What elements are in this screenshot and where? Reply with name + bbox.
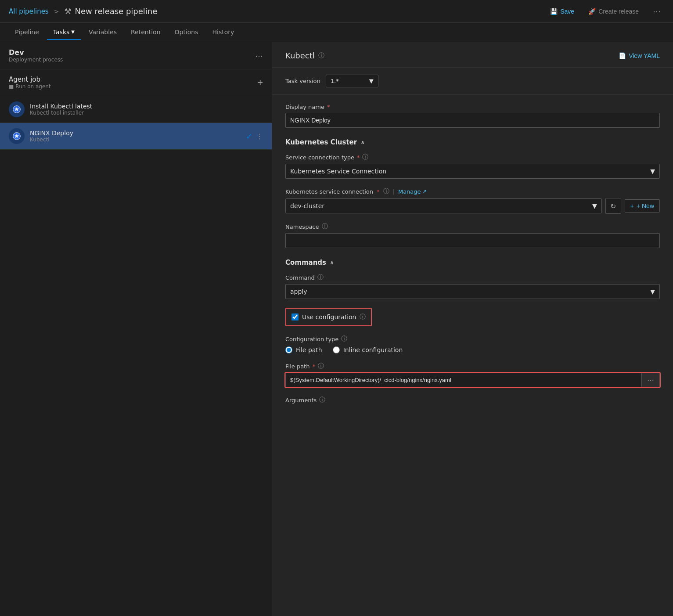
k8s-connection-info-icon[interactable]: ⓘ [383,187,389,195]
task-check-icon: ✓ [246,132,252,141]
task-info-nginx: NGINX Deploy Kubectl [30,130,241,143]
tab-history[interactable]: History [206,25,241,40]
file-path-required: * [312,363,315,370]
configuration-type-label: Configuration type ⓘ [285,335,660,343]
radio-file-path[interactable]: File path [285,346,322,353]
task-name-kubectl: Install Kubectl latest [30,103,263,110]
k8s-connection-label: Kubernetes service connection [285,188,373,195]
chevron-down-icon: ▼ [369,78,374,84]
new-connection-button[interactable]: + + New [625,199,660,213]
task-version-dropdown[interactable]: 1.* ▼ [326,75,378,87]
view-yaml-label: View YAML [629,52,660,59]
stage-subtitle: Deployment process [9,57,63,63]
save-button[interactable]: 💾 Save [547,6,578,17]
connection-input-row: dev-cluster ▼ ↻ + + New [285,198,660,214]
add-task-button[interactable]: + [257,77,263,88]
task-name-nginx: NGINX Deploy [30,130,241,137]
pipeline-title: New release pipeline [75,7,158,16]
task-version-value: 1.* [331,78,339,84]
more-options-button[interactable]: ⋯ [649,5,664,18]
stage-title: Dev [9,48,63,57]
commands-section[interactable]: Commands ∧ [285,259,660,267]
task-right-nginx: ✓ ⋮ [246,132,263,141]
refresh-icon: ↻ [610,202,616,210]
main-layout: Dev Deployment process ⋯ Agent job ■ Run… [0,42,673,616]
display-name-input[interactable] [285,113,660,128]
file-path-label: File path * ⓘ [285,362,660,370]
kubectl-info-icon[interactable]: ⓘ [318,52,324,60]
create-release-label: Create release [598,8,639,15]
service-connection-type-group: Service connection type * ⓘ Kubernetes S… [285,153,660,179]
command-info-icon[interactable]: ⓘ [317,274,324,281]
radio-file-path-input[interactable] [285,346,292,353]
top-bar-left: All pipelines > ⚒ New release pipeline [9,7,157,16]
breadcrumb-link[interactable]: All pipelines [9,7,49,15]
task-type-nginx: Kubectl [30,137,241,143]
use-configuration-checkbox[interactable] [292,313,299,321]
service-connection-type-required: * [357,154,360,161]
commands-chevron-icon: ∧ [330,259,334,266]
kubernetes-service-connection-label-row: Kubernetes service connection * ⓘ | Mana… [285,187,660,195]
task-item-nginx-deploy[interactable]: NGINX Deploy Kubectl ✓ ⋮ [0,123,272,150]
kubernetes-cluster-label: Kubernetes Cluster [285,138,357,146]
task-dots-icon[interactable]: ⋮ [256,132,263,140]
task-info-kubectl: Install Kubectl latest Kubectl tool inst… [30,103,263,116]
kubernetes-service-connection-group: Kubernetes service connection * ⓘ | Mana… [285,187,660,214]
display-name-label: Display name * [285,104,660,110]
agent-job-title: Agent job [9,76,51,83]
view-yaml-button[interactable]: 📄 View YAML [619,52,660,59]
file-path-input-row: ⋯ [285,373,660,387]
arguments-info-icon[interactable]: ⓘ [319,396,325,404]
service-connection-info-icon[interactable]: ⓘ [362,153,368,161]
tab-variables[interactable]: Variables [83,25,123,40]
kubectl-title-text: Kubectl [285,51,315,60]
k8s-connection-required: * [377,188,380,195]
agent-job-subtitle: ■ Run on agent [9,83,51,90]
stage-info: Dev Deployment process [9,48,63,63]
task-item-install-kubectl[interactable]: Install Kubectl latest Kubectl tool inst… [0,96,272,123]
radio-inline-config[interactable]: Inline configuration [333,346,403,353]
task-version-label: Task version [285,78,320,84]
namespace-group: Namespace ⓘ [285,223,660,248]
configuration-type-info-icon[interactable]: ⓘ [341,335,347,343]
dropdown-chevron-icon: ▼ [592,202,597,209]
radio-inline-input[interactable] [333,346,340,353]
new-label: + New [637,202,654,209]
save-icon: 💾 [550,8,558,15]
stage-header: Dev Deployment process ⋯ [0,42,272,69]
use-configuration-label: Use configuration [302,313,356,321]
right-panel: Kubectl ⓘ 📄 View YAML Task version 1.* ▼… [272,42,673,616]
tab-retention[interactable]: Retention [125,25,167,40]
namespace-input[interactable] [285,233,660,248]
service-connection-type-dropdown[interactable]: Kubernetes Service Connection ▼ [285,164,660,179]
agent-icon: ■ [9,83,14,90]
command-dropdown[interactable]: apply ▼ [285,284,660,299]
tab-tasks-label: Tasks [53,29,70,36]
use-configuration-info-icon[interactable]: ⓘ [360,313,366,321]
configuration-type-radio-group: File path Inline configuration [285,346,660,353]
stage-more-button[interactable]: ⋯ [255,51,263,61]
tab-options[interactable]: Options [169,25,205,40]
manage-link[interactable]: Manage ↗ [398,188,427,195]
tab-pipeline[interactable]: Pipeline [9,25,45,40]
file-path-info-icon[interactable]: ⓘ [318,362,324,370]
k8s-connection-dropdown[interactable]: dev-cluster ▼ [285,198,602,213]
plus-icon: + [630,202,634,209]
namespace-label: Namespace ⓘ [285,223,660,231]
commands-label: Commands [285,259,326,267]
left-panel: Dev Deployment process ⋯ Agent job ■ Run… [0,42,272,616]
tab-tasks[interactable]: Tasks ▼ [47,25,81,40]
arguments-label: Arguments ⓘ [285,396,660,404]
file-path-browse-button[interactable]: ⋯ [641,373,659,387]
breadcrumb-separator: > [54,8,59,15]
namespace-info-icon[interactable]: ⓘ [322,223,328,231]
top-bar: All pipelines > ⚒ New release pipeline 💾… [0,0,673,23]
task-icon-nginx [9,128,25,144]
create-release-button[interactable]: 🚀 Create release [585,6,642,17]
task-icon-kubectl [9,101,25,117]
radio-file-path-label: File path [296,346,322,353]
kubernetes-cluster-section[interactable]: Kubernetes Cluster ∧ [285,138,660,146]
file-path-input[interactable] [286,373,641,387]
refresh-button[interactable]: ↻ [605,198,621,214]
use-configuration-group: Use configuration ⓘ [285,308,660,326]
